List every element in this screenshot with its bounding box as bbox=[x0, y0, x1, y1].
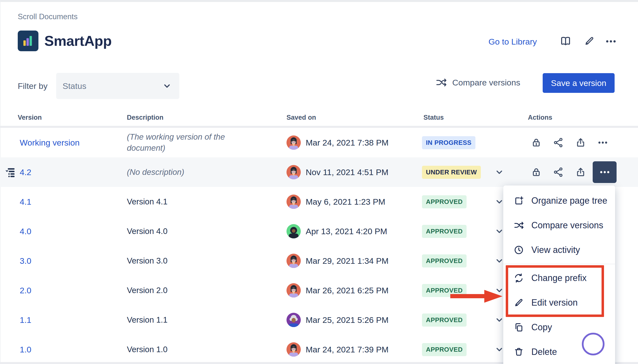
saved-on-date: Mar 26, 2021 6:25 PM bbox=[306, 286, 388, 295]
avatar bbox=[286, 136, 301, 150]
menu-item-compare-versions[interactable]: Compare versions bbox=[503, 213, 615, 238]
chevron-down-icon[interactable] bbox=[494, 197, 504, 207]
scroll-documents-page: Scroll Documents SmartApp Go to Library … bbox=[0, 0, 638, 364]
version-link[interactable]: 1.0 bbox=[20, 345, 31, 354]
version-description: (The working version of the document) bbox=[127, 132, 250, 154]
chevron-down-icon[interactable] bbox=[494, 226, 504, 236]
status-badge[interactable]: APPROVED bbox=[422, 254, 466, 268]
chevron-down-icon bbox=[162, 81, 172, 91]
version-description: Version 3.0 bbox=[127, 256, 168, 266]
menu-item-label: Delete bbox=[531, 347, 557, 357]
divider bbox=[503, 264, 615, 264]
status-badge: IN PROGRESS bbox=[422, 136, 476, 149]
column-header-description: Description bbox=[127, 114, 286, 122]
book-icon[interactable] bbox=[560, 35, 572, 47]
shuffle-icon bbox=[436, 77, 447, 88]
saved-on-date: Mar 25, 2021 5:26 PM bbox=[306, 315, 388, 325]
version-link[interactable]: 4.2 bbox=[20, 168, 31, 177]
annotation-arrow-head bbox=[484, 290, 502, 303]
save-version-label: Save a version bbox=[551, 78, 606, 88]
avatar bbox=[286, 342, 301, 356]
version-link[interactable]: 3.0 bbox=[20, 256, 31, 266]
avatar bbox=[286, 224, 301, 238]
more-icon[interactable] bbox=[605, 36, 617, 47]
avatar bbox=[286, 194, 301, 209]
menu-item-label: View activity bbox=[531, 245, 580, 255]
menu-item-label: Compare versions bbox=[531, 220, 603, 230]
annotation-click-circle bbox=[582, 333, 604, 356]
app-label: Scroll Documents bbox=[18, 12, 78, 21]
trash-icon bbox=[514, 347, 524, 357]
avatar bbox=[286, 313, 301, 327]
status-badge[interactable]: APPROVED bbox=[422, 314, 466, 326]
version-link[interactable]: 4.0 bbox=[20, 226, 31, 236]
annotation-highlight-box bbox=[506, 265, 604, 317]
annotation-arrow bbox=[450, 294, 486, 298]
page-title: SmartApp bbox=[44, 32, 112, 49]
version-description: Version 4.0 bbox=[127, 226, 168, 237]
version-link[interactable]: 1.1 bbox=[20, 315, 31, 324]
version-description: (No description) bbox=[127, 167, 184, 178]
chevron-down-icon[interactable] bbox=[494, 344, 504, 354]
share-icon[interactable] bbox=[553, 137, 564, 148]
chevron-down-icon[interactable] bbox=[494, 315, 504, 325]
status-badge[interactable]: APPROVED bbox=[422, 195, 466, 208]
table-header: Version Description Saved on Status Acti… bbox=[0, 109, 638, 126]
column-header-actions: Actions bbox=[528, 114, 620, 122]
column-header-version: Version bbox=[18, 114, 127, 122]
column-header-saved-on: Saved on bbox=[286, 114, 424, 122]
save-version-button[interactable]: Save a version bbox=[543, 73, 614, 93]
page-add-icon bbox=[514, 196, 524, 206]
status-filter-value: Status bbox=[62, 81, 86, 91]
table-row: Working version (The working version of … bbox=[0, 128, 638, 157]
status-badge[interactable]: APPROVED bbox=[422, 343, 466, 356]
status-filter-dropdown[interactable]: Status bbox=[56, 73, 179, 99]
compare-versions-label: Compare versions bbox=[452, 78, 520, 88]
filter-by-label: Filter by bbox=[18, 81, 48, 91]
compare-versions-button[interactable]: Compare versions bbox=[436, 77, 520, 88]
go-to-library-link[interactable]: Go to Library bbox=[488, 37, 537, 46]
divider bbox=[0, 126, 638, 128]
export-icon[interactable] bbox=[575, 167, 586, 178]
menu-item-organize-page-tree[interactable]: Organize page tree bbox=[503, 188, 615, 213]
menu-item-label: Copy bbox=[531, 322, 552, 332]
status-badge[interactable]: APPROVED bbox=[422, 225, 466, 238]
version-link[interactable]: Working version bbox=[20, 138, 80, 147]
row-more-button-active[interactable] bbox=[593, 161, 616, 183]
saved-on-date: Mar 29, 2021 1:34 PM bbox=[306, 256, 388, 266]
avatar bbox=[286, 283, 301, 298]
row-more-icon[interactable] bbox=[597, 137, 608, 148]
version-tree-icon[interactable] bbox=[5, 166, 16, 178]
version-link[interactable]: 2.0 bbox=[20, 286, 31, 295]
menu-item-label: Organize page tree bbox=[531, 196, 607, 206]
version-description: Version 1.0 bbox=[127, 344, 168, 355]
avatar bbox=[286, 165, 301, 179]
copy-icon bbox=[514, 322, 524, 332]
chevron-down-icon[interactable] bbox=[494, 167, 504, 177]
avatar bbox=[286, 254, 301, 268]
column-header-status: Status bbox=[424, 114, 528, 122]
pencil-icon[interactable] bbox=[584, 36, 595, 46]
saved-on-date: May 6, 2021 1:23 PM bbox=[306, 197, 385, 207]
lock-icon[interactable] bbox=[531, 137, 542, 148]
lock-icon[interactable] bbox=[531, 167, 542, 178]
chevron-down-icon[interactable] bbox=[494, 256, 504, 266]
menu-item-view-activity[interactable]: View activity bbox=[503, 238, 615, 262]
version-description: Version 2.0 bbox=[127, 285, 168, 296]
saved-on-date: Nov 11, 2021 4:51 PM bbox=[306, 168, 388, 177]
saved-on-date: Apr 13, 2021 4:20 PM bbox=[306, 226, 387, 236]
clock-icon bbox=[514, 245, 524, 255]
saved-on-date: Mar 24, 2021 7:39 PM bbox=[306, 345, 388, 354]
version-description: Version 1.1 bbox=[127, 314, 168, 326]
divider bbox=[0, 0, 638, 2]
export-icon[interactable] bbox=[575, 137, 586, 148]
table-row: 4.2 (No description) Nov 11, 2021 4:51 P… bbox=[0, 157, 638, 187]
status-badge[interactable]: UNDER REVIEW bbox=[422, 166, 481, 179]
document-logo-icon bbox=[18, 30, 38, 51]
version-description: Version 4.1 bbox=[127, 196, 168, 207]
version-link[interactable]: 4.1 bbox=[20, 197, 31, 206]
saved-on-date: Mar 24, 2021 7:38 PM bbox=[306, 138, 388, 148]
shuffle-icon bbox=[514, 220, 524, 230]
share-icon[interactable] bbox=[553, 167, 564, 178]
